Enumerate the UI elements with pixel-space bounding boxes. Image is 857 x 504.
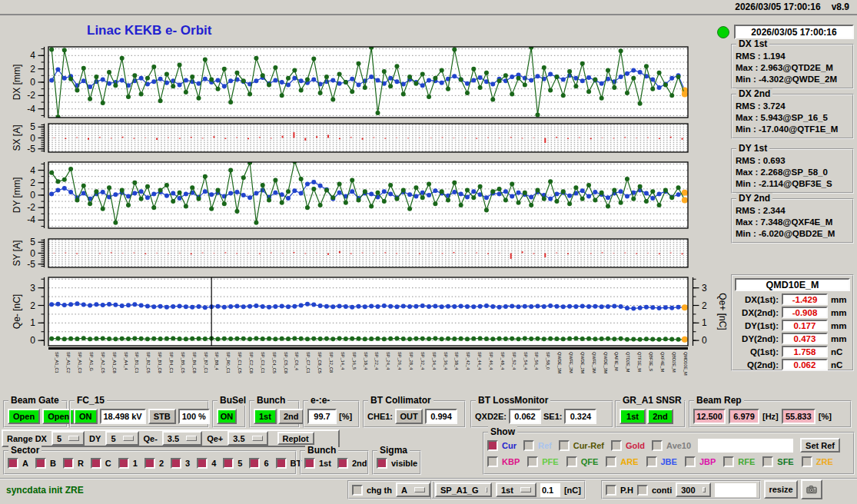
beam-gate-open-button-1[interactable]: Open xyxy=(8,409,40,424)
chg-th-select[interactable]: A xyxy=(396,482,430,497)
stat-frame-dx-1st: DX 1stRMS : 1.194Max : 2.963@QTD2E_M Min… xyxy=(731,44,854,89)
show-checkbox-cur-ref[interactable]: Cur-Ref xyxy=(559,440,604,451)
stat-min: Min : -17.040@QTF1E_M xyxy=(736,124,849,135)
monitor-row: DY(2nd):0.473mm xyxy=(734,333,851,344)
monitor-row-value: -0.908 xyxy=(782,307,828,318)
bunch-checkbox-1st[interactable]: 1st xyxy=(304,458,331,469)
bunch-1st-button[interactable]: 1st xyxy=(254,409,277,424)
bunch-checkbox-2nd[interactable]: 2nd xyxy=(337,458,367,469)
chg-th-checkbox[interactable]: chg th xyxy=(352,485,392,496)
dy-y-tick-label: 0 xyxy=(30,190,35,201)
sector-checkbox-3[interactable]: 3 xyxy=(171,458,190,469)
q-y-tick-label: 2 xyxy=(30,300,35,311)
ref-name-input[interactable] xyxy=(698,439,793,453)
x-tick-label: SP_R0_C1 xyxy=(226,352,231,373)
show-checkbox-gold[interactable]: Gold xyxy=(611,440,645,451)
checkbox-indicator xyxy=(646,456,657,467)
x-tick-label: SP_46_4 xyxy=(489,352,493,370)
sector-checkbox-1[interactable]: 1 xyxy=(118,458,138,469)
show-checkbox-are[interactable]: ARE xyxy=(606,456,638,467)
checkbox-indicator xyxy=(559,440,570,451)
range-dx-select[interactable]: 5 xyxy=(51,431,85,446)
x-tick-label: SP_16_5 xyxy=(352,352,357,370)
sigma-checkbox-visible[interactable]: visible xyxy=(377,458,417,469)
replot-button[interactable]: Replot xyxy=(277,432,314,445)
show-checkbox-ref[interactable]: Ref xyxy=(523,440,552,451)
fc15-on-button[interactable]: ON xyxy=(74,409,98,424)
range-qem-select[interactable]: 3.5 xyxy=(162,431,202,446)
x-tick-label: SP_42_4 xyxy=(466,352,470,370)
show-checkbox-jbe[interactable]: JBE xyxy=(646,456,677,467)
stats-column: DX 1stRMS : 1.194Max : 2.963@QTD2E_M Min… xyxy=(731,44,854,248)
show-checkbox-label: JBE xyxy=(661,457,677,466)
checkbox-indicator xyxy=(606,456,616,467)
bunch-select[interactable]: 1st xyxy=(496,482,536,497)
sector-checkbox-6[interactable]: 6 xyxy=(249,458,268,469)
sector-checkbox-bt[interactable]: BT xyxy=(276,458,302,469)
sector-checkbox-b[interactable]: B xyxy=(35,458,56,469)
che1-out-button[interactable]: OUT xyxy=(395,409,423,424)
sp-select[interactable]: SP_A1_G xyxy=(435,482,492,497)
monitor-row-unit: mm xyxy=(831,321,846,330)
fc15-stb-button[interactable]: STB xyxy=(148,409,176,424)
show-checkbox-pfe[interactable]: PFE xyxy=(527,456,558,467)
sector-checkbox-label: B xyxy=(50,459,56,468)
resize-button[interactable]: resize xyxy=(764,480,798,499)
sector-checkbox-label: A xyxy=(22,459,28,468)
dropdown-indicator-icon xyxy=(252,436,263,441)
points-select[interactable]: 300 xyxy=(676,482,711,497)
show-checkbox-label: KBP xyxy=(502,457,520,466)
threshold-input[interactable] xyxy=(540,483,560,497)
show-checkbox-ave10[interactable]: Ave10 xyxy=(652,440,691,451)
monitor-row: Q(1st):1.758nC xyxy=(734,346,851,357)
bunch-checkbox-label: 1st xyxy=(319,459,331,468)
checkbox-indicator xyxy=(249,458,260,469)
show-checkbox-cur[interactable]: Cur xyxy=(487,440,517,451)
sector-checkbox-4[interactable]: 4 xyxy=(197,458,216,469)
x-tick-label: SP_B4_C1 xyxy=(169,352,174,373)
chg-th-label: chg th xyxy=(367,486,392,495)
x-tick-label: SP_22_4 xyxy=(374,352,379,370)
sector-checkbox-5[interactable]: 5 xyxy=(223,458,242,469)
x-tick-label: QTD2E_M xyxy=(626,352,630,373)
range-dy-select[interactable]: 5 xyxy=(105,431,138,446)
show-checkbox-jbp[interactable]: JBP xyxy=(685,456,716,467)
sector-checkbox-a[interactable]: A xyxy=(8,458,28,469)
conti-checkbox[interactable]: conti xyxy=(637,485,672,496)
monitor-panel: QMD10E_M DX(1st):-1.429mmDX(2nd):-0.908m… xyxy=(731,274,854,371)
beam-rep-value-3: 55.833 xyxy=(782,409,815,424)
checkbox-indicator xyxy=(762,456,773,467)
app-window: 2026/03/05 17:00:16 v8.9 Linac KEKB e- O… xyxy=(0,0,857,504)
extra-input[interactable] xyxy=(715,483,756,497)
gr-a1-1st-button[interactable]: 1st xyxy=(619,409,646,424)
show-checkbox-qfe[interactable]: QFE xyxy=(566,456,599,467)
bunch-2nd-button[interactable]: 2nd xyxy=(278,409,304,424)
ph-checkbox[interactable]: P.H xyxy=(606,485,633,496)
checkbox-indicator xyxy=(637,485,648,496)
x-tick-label: QWDE_3M xyxy=(603,352,608,374)
threshold-unit: [nC] xyxy=(564,486,581,495)
stat-rms: RMS : 3.724 xyxy=(736,101,849,112)
sector-checkbox-c[interactable]: C xyxy=(91,458,111,469)
conti-label: conti xyxy=(652,486,672,495)
show-checkbox-zre[interactable]: ZRE xyxy=(802,456,833,467)
show-checkbox-sfe[interactable]: SFE xyxy=(762,456,793,467)
show-checkbox-rfe[interactable]: RFE xyxy=(723,456,755,467)
gr-a1-2nd-button[interactable]: 2nd xyxy=(647,409,673,424)
dx-y-tick-label: -2 xyxy=(27,90,35,101)
camera-button[interactable] xyxy=(801,479,822,499)
x-tick-label: SP_32_4 xyxy=(420,352,425,370)
show-checkbox-kbp[interactable]: KBP xyxy=(487,456,520,467)
bunch-check-label: Bunch xyxy=(305,445,338,456)
set-ref-button[interactable]: Set Ref xyxy=(800,438,840,453)
checkbox-indicator xyxy=(652,440,663,451)
sector-checkbox-2[interactable]: 2 xyxy=(144,458,164,469)
range-qep-select[interactable]: 3.5 xyxy=(228,431,267,446)
stat-min: Min : -4.302@QWDE_2M xyxy=(736,74,849,85)
q-y-tick-label: 0 xyxy=(30,335,35,346)
monitor-row-unit: mm xyxy=(831,334,846,343)
sector-checkbox-r[interactable]: R xyxy=(63,458,84,469)
show-row-1: CurRefCur-RefGoldAve10Set Ref xyxy=(487,438,840,453)
monitor-row-value: 0.062 xyxy=(782,359,828,370)
busel-on-button[interactable]: ON xyxy=(217,409,237,424)
